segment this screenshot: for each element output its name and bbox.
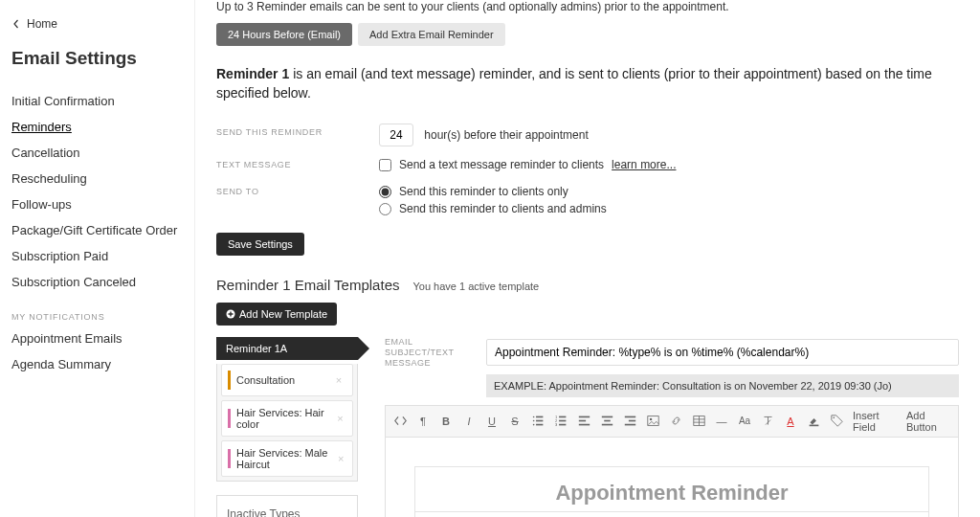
nav-item-agenda-summary[interactable]: Agenda Summary [11, 351, 183, 377]
bold-icon[interactable]: B [439, 416, 453, 427]
svg-rect-10 [559, 420, 566, 422]
underline-icon[interactable]: U [485, 416, 499, 427]
font-color-icon[interactable]: A [784, 416, 797, 427]
radio-clients-only[interactable] [379, 186, 391, 198]
insert-field-button[interactable]: Insert Field [853, 410, 897, 433]
svg-rect-18 [601, 424, 612, 426]
align-right-icon[interactable] [623, 415, 636, 427]
type-item[interactable]: Hair Services: Male Haircut× [221, 440, 353, 477]
close-icon[interactable]: × [335, 451, 346, 466]
code-view-icon[interactable] [393, 415, 407, 427]
list-ul-icon[interactable] [531, 415, 545, 427]
close-icon[interactable]: × [331, 372, 346, 388]
pill-24h-before[interactable]: 24 Hours Before (Email) [216, 23, 352, 46]
svg-rect-21 [624, 424, 635, 426]
svg-rect-16 [601, 416, 612, 418]
add-button-button[interactable]: Add Button [906, 410, 950, 433]
hours-input[interactable] [379, 124, 413, 146]
sms-label: Send a text message reminder to clients [399, 158, 604, 171]
nav-item-appointment-emails[interactable]: Appointment Emails [11, 326, 183, 351]
paragraph-icon[interactable]: ¶ [416, 416, 430, 427]
nav-item-cancellation[interactable]: Cancellation [11, 140, 183, 166]
plus-icon [226, 309, 235, 319]
svg-point-26 [833, 417, 835, 419]
radio-clients-admins[interactable] [379, 203, 391, 215]
chevron-left-icon [11, 19, 21, 29]
nav-item-follow-ups[interactable]: Follow-ups [11, 191, 183, 217]
label-send-to: Send To [216, 183, 379, 196]
svg-rect-4 [536, 420, 543, 422]
type-item[interactable]: Consultation× [221, 364, 353, 396]
type-label: Consultation [236, 374, 295, 386]
editor-toolbar: ¶ B I U S 123 — Aa A [385, 405, 959, 438]
svg-rect-2 [536, 416, 543, 418]
templates-title: Reminder 1 Email Templates [216, 277, 399, 293]
nav-item-subscription-paid[interactable]: Subscription Paid [11, 243, 183, 269]
type-label: Hair Services: Male Haircut [236, 447, 329, 470]
hours-suffix: hour(s) before their appointment [424, 128, 588, 142]
pill-add-reminder[interactable]: Add Extra Email Reminder [358, 23, 505, 46]
svg-rect-8 [559, 416, 566, 418]
svg-point-23 [649, 418, 651, 420]
svg-text:3: 3 [555, 422, 558, 427]
strike-icon[interactable]: S [508, 416, 522, 427]
svg-point-5 [532, 424, 534, 426]
type-color-bar [228, 409, 231, 428]
add-template-label: Add New Template [239, 308, 327, 320]
label-text-message: Text Message [216, 156, 379, 169]
inactive-title: Inactive Types [227, 507, 347, 517]
subject-example: EXAMPLE: Appointment Reminder: Consultat… [486, 374, 959, 397]
svg-rect-6 [536, 424, 543, 426]
svg-rect-25 [809, 425, 818, 427]
svg-rect-19 [624, 416, 635, 418]
home-label: Home [27, 17, 57, 31]
table-icon[interactable] [692, 415, 705, 427]
learn-more-link[interactable]: learn more... [612, 158, 676, 171]
label-send-this-reminder: Send This Reminder [216, 124, 379, 137]
image-icon[interactable] [646, 415, 659, 427]
type-label: Hair Services: Hair color [236, 407, 328, 430]
bg-color-icon[interactable] [807, 415, 820, 427]
italic-icon[interactable]: I [462, 416, 476, 427]
intro-text: Up to 3 Reminder emails can be sent to y… [216, 0, 959, 13]
type-color-bar [228, 371, 231, 390]
editor-body[interactable]: Appointment Reminder for %first% %last% [385, 438, 959, 517]
align-left-icon[interactable] [577, 415, 590, 427]
nav-item-rescheduling[interactable]: Rescheduling [11, 166, 183, 191]
close-icon[interactable]: × [334, 411, 346, 426]
nav-item-initial-confirmation[interactable]: Initial Confirmation [11, 88, 183, 114]
subject-label: Email Subject/Text Message [385, 337, 475, 368]
svg-point-1 [532, 416, 534, 418]
svg-rect-20 [628, 420, 635, 422]
nav-item-reminders[interactable]: Reminders [11, 114, 183, 140]
home-link[interactable]: Home [11, 17, 183, 31]
list-ol-icon[interactable]: 123 [554, 415, 568, 427]
tag-icon[interactable] [830, 415, 843, 427]
subject-input[interactable] [486, 339, 959, 366]
svg-point-3 [532, 420, 534, 422]
clear-format-icon[interactable] [761, 415, 774, 427]
reminder-description: Reminder 1 is an email (and text message… [216, 65, 959, 102]
font-size-icon[interactable]: Aa [738, 416, 751, 426]
template-tab[interactable]: Reminder 1A [216, 337, 358, 360]
page-title: Email Settings [11, 48, 183, 69]
sms-checkbox[interactable] [379, 159, 391, 171]
svg-rect-14 [578, 420, 585, 422]
nav-item-package-gift-certificate-order[interactable]: Package/Gift Certificate Order [11, 217, 183, 243]
add-template-button[interactable]: Add New Template [216, 303, 337, 326]
align-center-icon[interactable] [600, 415, 613, 427]
radio-clients-only-label: Send this reminder to clients only [399, 185, 568, 198]
notifications-header: My Notifications [11, 312, 183, 322]
hr-icon[interactable]: — [715, 416, 728, 427]
save-settings-button[interactable]: Save Settings [216, 233, 304, 256]
svg-rect-13 [578, 416, 589, 418]
svg-rect-12 [559, 424, 566, 426]
link-icon[interactable] [669, 415, 682, 427]
nav-item-subscription-canceled[interactable]: Subscription Canceled [11, 269, 183, 295]
editor-content-frame: Appointment Reminder for %first% %last% [414, 466, 929, 517]
inactive-types-dropzone[interactable]: Inactive Types Drag appointment types he… [216, 495, 358, 517]
editor-title: Appointment Reminder [415, 467, 928, 511]
type-item[interactable]: Hair Services: Hair color× [221, 400, 353, 437]
reminder-desc-rest: is an email (and text message) reminder,… [216, 66, 932, 101]
templates-subtitle: You have 1 active template [412, 281, 539, 292]
